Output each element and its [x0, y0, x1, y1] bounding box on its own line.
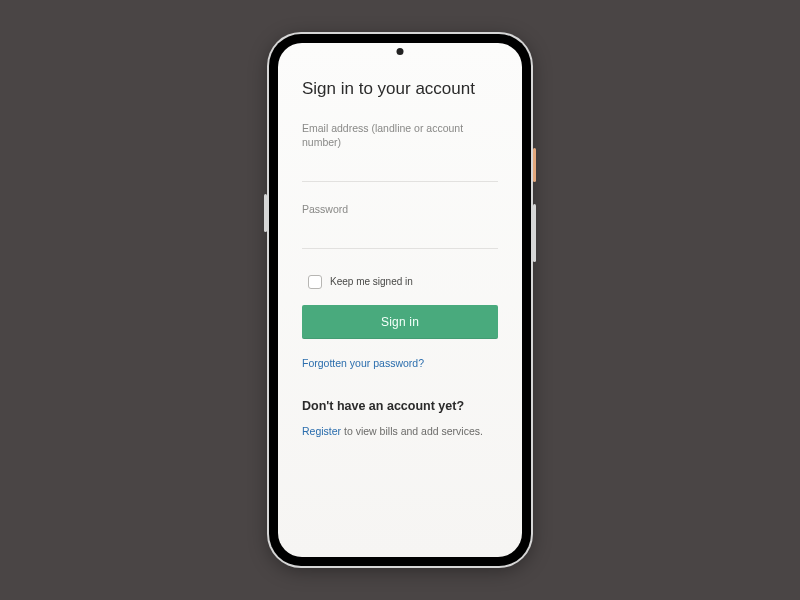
phone-screen: Sign in to your account Email address (l… [278, 43, 522, 557]
register-tail: to view bills and add services. [341, 425, 483, 437]
phone-frame: Sign in to your account Email address (l… [269, 34, 531, 566]
signin-button[interactable]: Sign in [302, 305, 498, 339]
register-link[interactable]: Register [302, 425, 341, 437]
keep-signed-in-label: Keep me signed in [330, 276, 413, 287]
page-title: Sign in to your account [302, 79, 498, 99]
keep-signed-in-checkbox[interactable] [308, 275, 322, 289]
power-button-icon [533, 148, 536, 182]
signin-form: Sign in to your account Email address (l… [278, 43, 522, 457]
register-line: Register to view bills and add services. [302, 425, 498, 437]
email-label: Email address (landline or account numbe… [302, 121, 498, 149]
keep-signed-in-row: Keep me signed in [308, 275, 498, 289]
camera-dot-icon [397, 48, 404, 55]
side-button-icon [264, 194, 267, 232]
forgot-password-link[interactable]: Forgotten your password? [302, 357, 424, 369]
no-account-heading: Don't have an account yet? [302, 399, 498, 413]
volume-button-icon [533, 204, 536, 262]
password-field[interactable] [302, 229, 498, 249]
password-label: Password [302, 202, 498, 216]
email-field[interactable] [302, 162, 498, 182]
